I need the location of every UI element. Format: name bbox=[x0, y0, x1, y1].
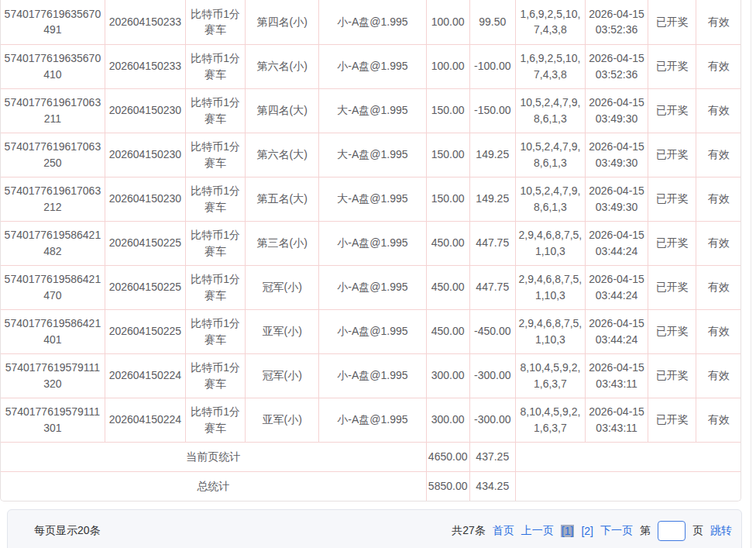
cell-valid: 有效 bbox=[696, 88, 741, 133]
cell-play: 大-A盘@1.995 bbox=[319, 133, 426, 177]
cell-game: 比特币1分赛车 bbox=[185, 265, 245, 309]
cell-valid: 有效 bbox=[696, 0, 741, 44]
cell-period: 202604150224 bbox=[105, 398, 185, 442]
cell-order_id: 5740177619617063212 bbox=[1, 177, 105, 221]
cell-amount: 450.00 bbox=[426, 265, 469, 309]
pagination-footer: 每页显示20条 共27条 首页 上一页 [1] [2] 下一页 第 页 跳转 bbox=[7, 509, 742, 548]
summary-label: 总统计 bbox=[1, 471, 426, 501]
cell-time: 2026-04-15 03:43:11 bbox=[586, 398, 648, 442]
bet-records-page: 5740177619635670491202604150233比特币1分赛车第四… bbox=[0, 0, 756, 548]
table-row: 5740177619579111320202604150224比特币1分赛车冠军… bbox=[1, 353, 741, 398]
cell-valid: 有效 bbox=[696, 177, 741, 221]
cell-time: 2026-04-15 03:52:36 bbox=[586, 0, 648, 44]
cell-play: 小-A盘@1.995 bbox=[319, 221, 426, 265]
cell-result: 2,9,4,6,8,7,5,1,10,3 bbox=[515, 221, 585, 265]
cell-game: 比特币1分赛车 bbox=[185, 221, 245, 265]
cell-amount: 150.00 bbox=[426, 133, 469, 177]
cell-result: 2,9,4,6,8,7,5,1,10,3 bbox=[515, 309, 585, 353]
table-row: 5740177619617063250202604150230比特币1分赛车第六… bbox=[1, 133, 741, 177]
cell-valid: 有效 bbox=[696, 221, 741, 265]
cell-win_loss: 149.25 bbox=[469, 177, 515, 221]
summary-row-total: 总统计5850.00434.25 bbox=[1, 471, 741, 501]
page-2-link[interactable]: [2] bbox=[581, 525, 593, 537]
cell-win_loss: -150.00 bbox=[469, 88, 515, 133]
cell-order_id: 5740177619579111301 bbox=[1, 398, 105, 442]
cell-order_id: 5740177619579111320 bbox=[1, 353, 105, 398]
cell-order_id: 5740177619617063211 bbox=[1, 88, 105, 133]
cell-play: 大-A盘@1.995 bbox=[319, 88, 426, 133]
cell-period: 202604150230 bbox=[105, 177, 185, 221]
table-row: 5740177619617063212202604150230比特币1分赛车第五… bbox=[1, 177, 741, 221]
cell-amount: 150.00 bbox=[426, 88, 469, 133]
cell-play: 小-A盘@1.995 bbox=[319, 398, 426, 442]
cell-win_loss: 447.75 bbox=[469, 221, 515, 265]
summary-empty bbox=[515, 442, 741, 471]
cell-time: 2026-04-15 03:49:30 bbox=[586, 88, 648, 133]
jump-suffix-label: 页 bbox=[692, 524, 703, 538]
summary-row-current-page: 当前页统计4650.00437.25 bbox=[1, 442, 741, 471]
cell-period: 202604150225 bbox=[105, 265, 185, 309]
table-row: 5740177619586421401202604150225比特币1分赛车亚军… bbox=[1, 309, 741, 353]
cell-status: 已开奖 bbox=[648, 265, 696, 309]
cell-valid: 有效 bbox=[696, 353, 741, 398]
summary-amount: 4650.00 bbox=[426, 442, 469, 471]
cell-valid: 有效 bbox=[696, 133, 741, 177]
table-row: 5740177619586421482202604150225比特币1分赛车第三… bbox=[1, 221, 741, 265]
cell-game: 比特币1分赛车 bbox=[185, 133, 245, 177]
table-row: 5740177619586421470202604150225比特币1分赛车冠军… bbox=[1, 265, 741, 309]
cell-result: 10,5,2,4,7,9,8,6,1,3 bbox=[515, 88, 585, 133]
summary-label: 当前页统计 bbox=[1, 442, 426, 471]
cell-amount: 100.00 bbox=[426, 44, 469, 88]
cell-order_id: 5740177619586421401 bbox=[1, 309, 105, 353]
bet-records-table-panel: 5740177619635670491202604150233比特币1分赛车第四… bbox=[0, 0, 741, 501]
cell-amount: 150.00 bbox=[426, 177, 469, 221]
prev-page-link[interactable]: 上一页 bbox=[521, 524, 554, 538]
cell-period: 202604150230 bbox=[105, 133, 185, 177]
cell-win_loss: -450.00 bbox=[469, 309, 515, 353]
summary-win-loss: 434.25 bbox=[469, 471, 515, 501]
cell-result: 10,5,2,4,7,9,8,6,1,3 bbox=[515, 177, 585, 221]
cell-time: 2026-04-15 03:52:36 bbox=[586, 44, 648, 88]
cell-bet_type: 冠军(小) bbox=[246, 265, 319, 309]
cell-bet_type: 第五名(大) bbox=[246, 177, 319, 221]
jump-link[interactable]: 跳转 bbox=[710, 524, 732, 538]
cell-time: 2026-04-15 03:44:24 bbox=[586, 265, 648, 309]
cell-time: 2026-04-15 03:49:30 bbox=[586, 133, 648, 177]
next-page-link[interactable]: 下一页 bbox=[600, 524, 633, 538]
cell-win_loss: -300.00 bbox=[469, 398, 515, 442]
cell-win_loss: 149.25 bbox=[469, 133, 515, 177]
first-page-link[interactable]: 首页 bbox=[493, 524, 514, 538]
cell-bet_type: 冠军(小) bbox=[246, 353, 319, 398]
cell-status: 已开奖 bbox=[648, 353, 696, 398]
cell-period: 202604150224 bbox=[105, 353, 185, 398]
cell-amount: 450.00 bbox=[426, 221, 469, 265]
cell-amount: 450.00 bbox=[426, 309, 469, 353]
summary-win-loss: 437.25 bbox=[469, 442, 515, 471]
cell-result: 10,5,2,4,7,9,8,6,1,3 bbox=[515, 133, 585, 177]
cell-valid: 有效 bbox=[696, 265, 741, 309]
cell-win_loss: 99.50 bbox=[469, 0, 515, 44]
cell-bet_type: 亚军(小) bbox=[246, 309, 319, 353]
cell-valid: 有效 bbox=[696, 44, 741, 88]
cell-play: 小-A盘@1.995 bbox=[319, 0, 426, 44]
page-1-link[interactable]: [1] bbox=[561, 525, 575, 537]
table-row: 5740177619635670410202604150233比特币1分赛车第六… bbox=[1, 44, 741, 88]
cell-amount: 300.00 bbox=[426, 353, 469, 398]
cell-period: 202604150233 bbox=[105, 0, 185, 44]
cell-time: 2026-04-15 03:43:11 bbox=[586, 353, 648, 398]
cell-time: 2026-04-15 03:44:24 bbox=[586, 309, 648, 353]
cell-time: 2026-04-15 03:44:24 bbox=[586, 221, 648, 265]
cell-bet_type: 第六名(小) bbox=[246, 44, 319, 88]
cell-game: 比特币1分赛车 bbox=[185, 0, 245, 44]
cell-amount: 300.00 bbox=[426, 398, 469, 442]
cell-win_loss: -300.00 bbox=[469, 353, 515, 398]
cell-result: 1,6,9,2,5,10,7,4,3,8 bbox=[515, 44, 585, 88]
table-row: 5740177619617063211202604150230比特币1分赛车第四… bbox=[1, 88, 741, 133]
cell-bet_type: 第六名(大) bbox=[246, 133, 319, 177]
cell-period: 202604150230 bbox=[105, 88, 185, 133]
cell-order_id: 5740177619635670491 bbox=[1, 0, 105, 44]
summary-amount: 5850.00 bbox=[426, 471, 469, 501]
page-jump-input[interactable] bbox=[658, 521, 686, 541]
cell-result: 8,10,4,5,9,2,1,6,3,7 bbox=[515, 398, 585, 442]
cell-amount: 100.00 bbox=[426, 0, 469, 44]
